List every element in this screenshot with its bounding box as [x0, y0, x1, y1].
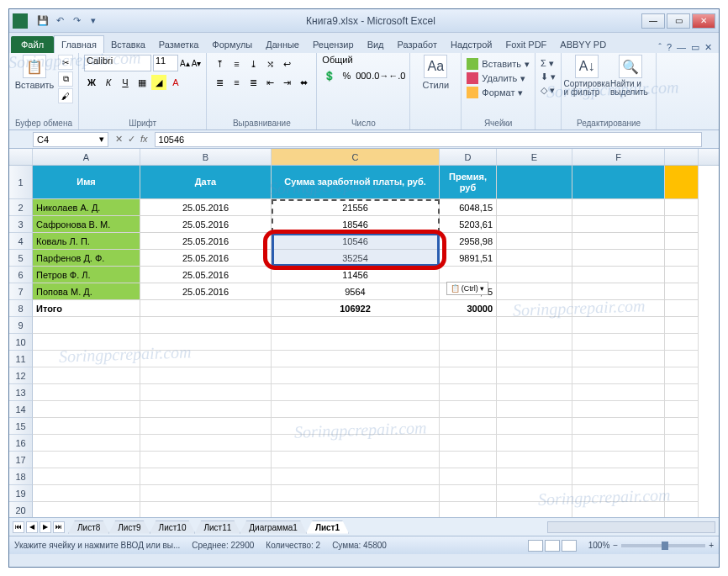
- last-sheet-icon[interactable]: ⏭: [53, 521, 65, 533]
- delete-cells-button[interactable]: Удалить ▾: [467, 72, 525, 84]
- view-normal-icon[interactable]: [528, 540, 543, 552]
- row-header[interactable]: 16: [9, 435, 33, 452]
- row-header[interactable]: 7: [9, 283, 33, 300]
- border-button[interactable]: ▦: [135, 75, 150, 90]
- file-tab[interactable]: Файл: [11, 36, 54, 53]
- format-painter-icon[interactable]: 🖌: [58, 88, 73, 103]
- font-name-select[interactable]: Calibri: [84, 55, 151, 71]
- col-header-c[interactable]: C: [272, 149, 440, 165]
- italic-button[interactable]: К: [101, 75, 116, 90]
- currency-icon[interactable]: 💲: [322, 68, 337, 83]
- font-color-button[interactable]: A: [168, 75, 183, 90]
- col-header-b[interactable]: B: [140, 149, 272, 165]
- select-all-corner[interactable]: [9, 149, 33, 165]
- horizontal-scrollbar[interactable]: [547, 521, 715, 533]
- sheet-tab[interactable]: Диаграмма1: [240, 521, 307, 534]
- tab-formulas[interactable]: Формулы: [205, 36, 259, 53]
- percent-icon[interactable]: %: [339, 68, 354, 83]
- tab-data[interactable]: Данные: [259, 36, 306, 53]
- enter-icon[interactable]: ✓: [128, 134, 135, 145]
- wrap-text-icon[interactable]: ↩: [279, 56, 294, 71]
- col-header-f[interactable]: F: [572, 149, 665, 165]
- cell-name[interactable]: Сафронова В. М.: [33, 216, 140, 233]
- fill-button[interactable]: ⬇ ▾: [541, 71, 556, 82]
- cut-icon[interactable]: ✂: [58, 55, 73, 70]
- cell-bonus[interactable]: 5203,61: [440, 216, 497, 233]
- zoom-slider[interactable]: [621, 544, 705, 547]
- row-header[interactable]: 10: [9, 334, 33, 351]
- copy-icon[interactable]: ⧉: [58, 71, 73, 87]
- cell-bonus[interactable]: 30000: [440, 300, 497, 317]
- tab-foxit[interactable]: Foxit PDF: [499, 36, 553, 53]
- sheet-tab[interactable]: Лист10: [150, 521, 196, 534]
- minimize-ribbon-icon[interactable]: ˆ: [658, 42, 662, 53]
- align-center-icon[interactable]: ≡: [229, 75, 244, 90]
- row-header[interactable]: 4: [9, 233, 33, 250]
- row-header[interactable]: 1: [9, 166, 33, 199]
- align-right-icon[interactable]: ≣: [245, 75, 261, 90]
- find-select-button[interactable]: 🔍 Найти и выделить: [610, 55, 651, 97]
- autosum-button[interactable]: Σ ▾: [541, 58, 554, 69]
- redo-icon[interactable]: ↷: [70, 14, 83, 28]
- format-cells-button[interactable]: Формат ▾: [467, 87, 523, 98]
- cell-sum[interactable]: 10546: [272, 233, 440, 250]
- row-header[interactable]: 8: [9, 300, 33, 317]
- tab-home[interactable]: Главная: [54, 35, 104, 53]
- inc-decimal-icon[interactable]: .0→: [372, 68, 388, 83]
- align-middle-icon[interactable]: ≡: [229, 56, 244, 71]
- doc-min-icon[interactable]: —: [677, 42, 686, 53]
- cell-name[interactable]: Итого: [33, 300, 140, 317]
- underline-button[interactable]: Ч: [118, 75, 133, 90]
- cell-sum[interactable]: 11456: [272, 267, 440, 283]
- cell-name[interactable]: Попова М. Д.: [33, 283, 140, 300]
- fx-icon[interactable]: fx: [140, 134, 148, 145]
- zoom-in-icon[interactable]: +: [709, 541, 714, 550]
- doc-close-icon[interactable]: ✕: [704, 42, 712, 53]
- cell-date[interactable]: 25.05.2016: [140, 233, 272, 250]
- bold-button[interactable]: Ж: [84, 75, 99, 90]
- col-header-a[interactable]: A: [33, 149, 140, 165]
- number-format-select[interactable]: Общий: [322, 55, 381, 65]
- cell-date[interactable]: 25.05.2016: [140, 199, 272, 216]
- tab-addins[interactable]: Надстрой: [444, 36, 499, 53]
- sheet-tab[interactable]: Лист1: [306, 521, 349, 534]
- row-header[interactable]: 6: [9, 267, 33, 283]
- col-header-g[interactable]: [665, 149, 699, 165]
- shrink-font-icon[interactable]: A▾: [192, 59, 202, 68]
- merge-icon[interactable]: ⬌: [296, 75, 311, 90]
- cell-name[interactable]: Петров Ф. Л.: [33, 267, 140, 283]
- qat-more-icon[interactable]: ▾: [87, 14, 100, 28]
- next-sheet-icon[interactable]: ▶: [40, 521, 51, 533]
- row-header[interactable]: 12: [9, 367, 33, 384]
- sheet-tab[interactable]: Лист9: [108, 521, 150, 534]
- view-layout-icon[interactable]: [545, 540, 560, 552]
- font-size-select[interactable]: 11: [153, 55, 178, 71]
- row-header[interactable]: 19: [9, 485, 33, 502]
- row-header[interactable]: 2: [9, 199, 33, 216]
- close-button[interactable]: ✕: [692, 13, 715, 29]
- row-header[interactable]: 3: [9, 216, 33, 233]
- row-header[interactable]: 20: [9, 502, 33, 517]
- cell-sum[interactable]: 9564: [272, 283, 440, 300]
- cell-sum[interactable]: 35254: [272, 250, 440, 267]
- cell-date[interactable]: 25.05.2016: [140, 267, 272, 283]
- help-icon[interactable]: ?: [667, 42, 672, 53]
- paste-button[interactable]: 📋 Вставить: [14, 55, 55, 90]
- cell-sum[interactable]: 106922: [272, 300, 440, 317]
- dec-decimal-icon[interactable]: ←.0: [389, 68, 404, 83]
- tab-developer[interactable]: Разработ: [391, 36, 444, 53]
- maximize-button[interactable]: ▭: [667, 13, 690, 29]
- comma-icon[interactable]: 000: [356, 68, 371, 83]
- cell-bonus[interactable]: 6048,15: [440, 199, 497, 216]
- align-bottom-icon[interactable]: ⤓: [245, 56, 261, 71]
- sheet-tab[interactable]: Лист8: [68, 521, 109, 534]
- clear-button[interactable]: ◇ ▾: [541, 85, 555, 96]
- row-header[interactable]: 9: [9, 317, 33, 334]
- tab-abbyy[interactable]: ABBYY PD: [553, 36, 613, 53]
- cell-date[interactable]: [140, 300, 272, 317]
- cell-date[interactable]: 25.05.2016: [140, 216, 272, 233]
- row-header[interactable]: 17: [9, 452, 33, 468]
- styles-button[interactable]: Aa Стили: [415, 55, 456, 90]
- row-header[interactable]: 15: [9, 418, 33, 435]
- tab-review[interactable]: Рецензир: [306, 36, 361, 53]
